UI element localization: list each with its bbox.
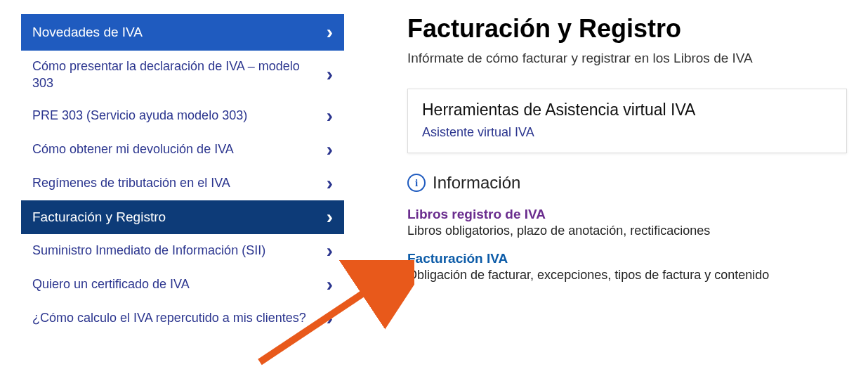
sidebar-item-2[interactable]: PRE 303 (Servicio ayuda modelo 303)›	[21, 99, 344, 133]
sidebar-item-label: PRE 303 (Servicio ayuda modelo 303)	[32, 107, 327, 124]
sidebar-item-3[interactable]: Cómo obtener mi devolución de IVA›	[21, 133, 344, 167]
sidebar-item-0[interactable]: Novedades de IVA›	[21, 14, 344, 51]
info-list: Libros registro de IVALibros obligatorio…	[407, 207, 847, 283]
sidebar-item-label: ¿Cómo calculo el IVA repercutido a mis c…	[32, 309, 327, 326]
info-item-desc: Libros obligatorios, plazo de anotación,…	[407, 224, 847, 238]
chevron-right-icon: ›	[327, 275, 333, 295]
page-subtitle: Infórmate de cómo facturar y registrar e…	[407, 51, 847, 66]
page-title: Facturación y Registro	[407, 14, 847, 44]
tool-card: Herramientas de Asistencia virtual IVA A…	[407, 89, 847, 153]
tool-card-title: Herramientas de Asistencia virtual IVA	[422, 101, 832, 120]
chevron-right-icon: ›	[327, 106, 333, 126]
info-item-0: Libros registro de IVALibros obligatorio…	[407, 207, 847, 238]
chevron-right-icon: ›	[327, 207, 333, 227]
sidebar-item-6[interactable]: Suministro Inmediato de Información (SII…	[21, 234, 344, 268]
chevron-right-icon: ›	[327, 174, 333, 193]
info-item-title[interactable]: Facturación IVA	[407, 251, 847, 266]
sidebar-item-8[interactable]: ¿Cómo calculo el IVA repercutido a mis c…	[21, 302, 344, 335]
sidebar-item-4[interactable]: Regímenes de tributación en el IVA›	[21, 167, 344, 200]
sidebar-item-7[interactable]: Quiero un certificado de IVA›	[21, 268, 344, 302]
sidebar-item-label: Cómo obtener mi devolución de IVA	[32, 141, 327, 157]
info-item-desc: Obligación de facturar, excepciones, tip…	[407, 268, 847, 283]
sidebar-item-5[interactable]: Facturación y Registro›	[21, 200, 344, 234]
sidebar-item-1[interactable]: Cómo presentar la declaración de IVA – m…	[21, 51, 344, 99]
info-item-title[interactable]: Libros registro de IVA	[407, 207, 847, 222]
chevron-right-icon: ›	[327, 140, 333, 160]
info-header-text: Información	[433, 173, 520, 193]
sidebar-nav: Novedades de IVA›Cómo presentar la decla…	[21, 14, 344, 335]
info-item-1: Facturación IVAObligación de facturar, e…	[407, 251, 847, 283]
sidebar-item-label: Suministro Inmediato de Información (SII…	[32, 242, 327, 259]
sidebar-item-label: Facturación y Registro	[32, 208, 327, 226]
sidebar-item-label: Novedades de IVA	[32, 23, 327, 41]
main-content: Facturación y Registro Infórmate de cómo…	[407, 14, 847, 335]
sidebar-item-label: Regímenes de tributación en el IVA	[32, 174, 327, 191]
sidebar-item-label: Cómo presentar la declaración de IVA – m…	[32, 58, 327, 92]
chevron-right-icon: ›	[327, 65, 333, 84]
chevron-right-icon: ›	[327, 22, 333, 42]
chevron-right-icon: ›	[327, 241, 333, 261]
tool-card-link[interactable]: Asistente virtual IVA	[422, 125, 832, 140]
sidebar-item-label: Quiero un certificado de IVA	[32, 276, 327, 292]
info-header: i Información	[407, 173, 847, 193]
chevron-right-icon: ›	[327, 309, 333, 328]
info-icon: i	[407, 174, 426, 192]
